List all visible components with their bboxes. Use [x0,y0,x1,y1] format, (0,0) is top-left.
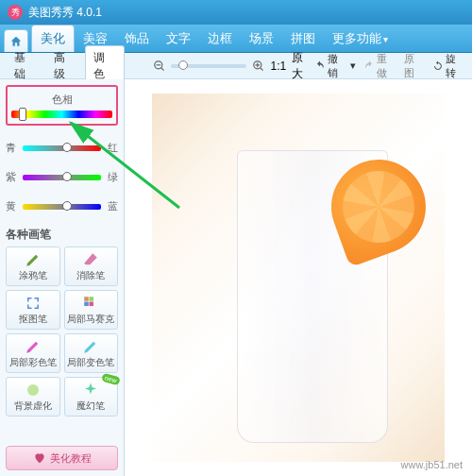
svg-point-6 [27,384,39,396]
brush-mosaic[interactable]: 局部马赛克 [64,290,119,330]
mosaic-icon [82,295,99,312]
redo-icon [363,60,375,72]
brush-icon [25,251,42,268]
recolor-icon [82,338,99,355]
zoom-thumb[interactable] [178,60,188,70]
brushes-section-title: 各种画笔 [6,227,118,243]
brush-doodle[interactable]: 涂鸦笔 [6,246,60,286]
undo-button[interactable]: 撤销▾ [314,52,356,80]
dropdown-arrow-icon: ▾ [350,60,356,72]
slider-cr-thumb[interactable] [62,143,72,152]
zoom-slider[interactable] [171,64,245,68]
slider-cr[interactable] [23,145,101,151]
brush-magic[interactable]: 魔幻笔new [64,377,119,416]
slider-magenta-green: 紫 绿 [6,170,118,184]
chevron-down-icon: ▾ [383,34,388,44]
redo-button[interactable]: 重做 [363,52,397,80]
blur-icon [25,382,42,399]
app-logo: 秀 [8,5,23,20]
zoom-out-icon[interactable] [153,60,166,73]
hue-master-thumb[interactable] [19,108,26,121]
svg-rect-3 [90,297,94,301]
brush-blur[interactable]: 背景虚化 [6,377,60,416]
slider-mg[interactable] [23,175,101,180]
tab-scene[interactable]: 场景 [241,26,282,52]
label-red: 红 [105,141,118,155]
hue-panel: 色相 [6,85,118,126]
label-yellow: 黄 [6,199,19,213]
svg-rect-4 [85,301,90,306]
eraser-icon [82,251,99,268]
slider-yellow-blue: 黄 蓝 [6,199,118,213]
undo-icon [314,60,326,72]
app-title: 美图秀秀 4.0.1 [28,5,102,21]
brush-grid: 涂鸦笔 消除笔 抠图笔 局部马赛克 局部彩色笔 局部变色笔 背景虚化 魔幻笔ne… [6,246,118,416]
brush-eraser[interactable]: 消除笔 [64,246,119,286]
label-cyan: 青 [6,141,19,155]
label-blue: 蓝 [105,199,118,213]
magic-icon [82,382,99,399]
zoom-ratio: 1:1 [271,60,287,73]
badge-new: new [101,373,121,386]
tab-more[interactable]: 更多功能▾ [324,26,396,52]
zoom-label: 原大 [292,50,314,82]
rotate-button[interactable]: 旋转 [432,52,466,80]
titlebar: 秀 美图秀秀 4.0.1 [0,0,472,25]
hue-title: 色相 [11,93,112,107]
brush-cutout[interactable]: 抠图笔 [6,290,60,330]
rotate-icon [432,60,444,72]
brush-recolor[interactable]: 局部变色笔 [64,333,119,373]
slider-cyan-red: 青 红 [6,141,118,155]
slider-mg-thumb[interactable] [62,172,72,181]
zoom-in-icon[interactable] [252,60,265,73]
tab-text[interactable]: 文字 [158,26,199,52]
original-button[interactable]: 原图 [404,52,425,80]
sidebar: 色相 青 红 紫 绿 黄 蓝 各种画笔 涂鸦笔 消除笔 抠图笔 局部马赛克 局部… [0,79,125,476]
hue-master-slider[interactable] [11,110,112,118]
svg-rect-2 [85,297,90,301]
watermark: www.jb51.net [401,459,463,470]
sub-toolbar: 基础 高级 调色 1:1 原大 撤销▾ 重做 原图 旋转 [0,53,472,79]
color-brush-icon [25,338,42,355]
label-magenta: 紫 [6,170,19,184]
photo-preview [152,94,445,462]
tutorial-button[interactable]: 美化教程 [6,446,118,470]
canvas-area[interactable] [125,79,472,476]
slider-yb-thumb[interactable] [62,201,72,211]
slider-yb[interactable] [23,204,101,210]
cutout-icon [25,295,42,312]
brush-local-color[interactable]: 局部彩色笔 [6,333,60,373]
tab-collage[interactable]: 拼图 [282,26,324,52]
heart-icon [33,451,46,465]
svg-rect-5 [90,301,94,306]
label-green: 绿 [105,170,118,184]
tab-frame[interactable]: 边框 [199,26,241,52]
